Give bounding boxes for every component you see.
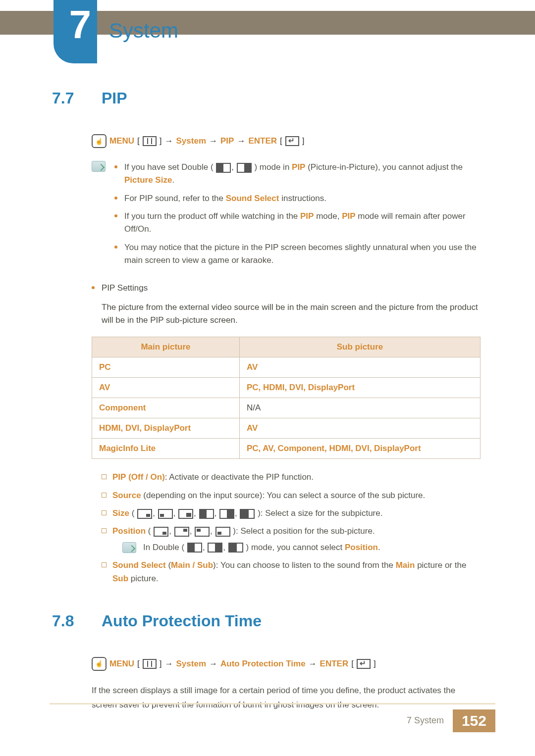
menu-path: ☝ MENU [ ] → System → PIP → ENTER [ ] <box>92 134 481 148</box>
table-cell-sub: PC, AV, Component, HDMI, DVI, DisplayPor… <box>239 439 480 459</box>
path-item: Auto Protection Time <box>220 659 306 669</box>
table-cell-main: Component <box>92 398 240 418</box>
section-auto-protection: 7.8 Auto Protection Time ☝ MENU [ ] → Sy… <box>52 612 481 712</box>
table-cell-main: HDMI, DVI, DisplayPort <box>92 418 240 439</box>
option-size: Size ( , , , , , ): Select a size for th… <box>102 507 481 520</box>
table-cell-main: AV <box>92 378 240 398</box>
table-cell-sub: N/A <box>239 398 480 418</box>
note-icon <box>122 542 136 553</box>
enter-icon <box>357 659 371 669</box>
size-icon <box>158 509 173 519</box>
page-number: 152 <box>453 709 495 732</box>
enter-label: ENTER <box>248 136 277 146</box>
section-name: Auto Protection Time <box>102 612 262 630</box>
path-item: System <box>176 136 206 146</box>
table-head-sub: Sub picture <box>239 337 480 357</box>
position-icon <box>154 527 168 537</box>
table-cell-sub: PC, HDMI, DVI, DisplayPort <box>239 378 480 398</box>
position-icon <box>215 527 230 537</box>
note-block: If you have set Double ( , ) mode in PIP… <box>92 161 481 272</box>
section-desc: If the screen displays a still image for… <box>92 684 481 712</box>
table-cell-sub: AV <box>239 357 480 378</box>
size-icon <box>178 509 193 519</box>
size-icon <box>219 509 234 519</box>
table-head-main: Main picture <box>92 337 240 357</box>
chapter-title: System <box>109 19 178 43</box>
layout-icon <box>228 543 243 553</box>
position-icon <box>174 527 189 537</box>
size-icon <box>240 509 255 519</box>
position-icon <box>195 527 210 537</box>
chapter-tab: 7 <box>54 0 97 63</box>
section-content: ☝ MENU [ ] → System → PIP → ENTER [ ] <box>92 134 481 585</box>
option-source: Source (depending on the input source): … <box>102 489 481 502</box>
table-cell-sub: AV <box>239 418 480 439</box>
remote-hand-icon: ☝ <box>92 134 107 148</box>
table-row: PCAV <box>92 357 481 378</box>
note-item: You may notice that the picture in the P… <box>114 241 481 267</box>
table-row: HDMI, DVI, DisplayPortAV <box>92 418 481 439</box>
enter-icon <box>285 136 299 146</box>
note-icon <box>92 161 106 172</box>
layout-icon <box>187 543 202 553</box>
menu-path: ☝ MENU [ ] → System → Auto Protection Ti… <box>92 657 481 671</box>
section-number: 7.8 <box>52 612 87 630</box>
size-icon <box>137 509 152 519</box>
layout-icon <box>208 543 222 553</box>
settings-block: PIP Settings The picture from the extern… <box>92 282 481 327</box>
table-cell-main: MagicInfo Lite <box>92 439 240 459</box>
option-pip: PIP (Off / On): Activate or deactivate t… <box>102 471 481 484</box>
option-sound: Sound Select (Main / Sub): You can choos… <box>102 559 481 585</box>
page-body: 7.7 PIP ☝ MENU [ ] → System → PIP → ENTE… <box>0 84 535 756</box>
position-note: In Double ( , , ) mode, you cannot selec… <box>122 541 481 554</box>
menu-label: MENU <box>109 136 134 146</box>
footer-breadcrumb: 7 System <box>398 709 453 732</box>
note-list: If you have set Double ( , ) mode in PIP… <box>114 161 481 272</box>
menu-bars-icon <box>143 136 157 146</box>
note-item: For PIP sound, refer to the Sound Select… <box>114 192 481 205</box>
table-row: AVPC, HDMI, DVI, DisplayPort <box>92 378 481 398</box>
remote-hand-icon: ☝ <box>92 657 107 671</box>
table-cell-main: PC <box>92 357 240 378</box>
table-row: ComponentN/A <box>92 398 481 418</box>
option-position: Position ( , , , ): Select a position fo… <box>102 525 481 554</box>
table-row: MagicInfo LitePC, AV, Component, HDMI, D… <box>92 439 481 459</box>
size-icon <box>199 509 214 519</box>
note-item: If you turn the product off while watchi… <box>114 210 481 236</box>
chapter-number: 7 <box>69 2 92 48</box>
footer-divider <box>50 703 495 705</box>
enter-label: ENTER <box>320 659 349 669</box>
settings-heading: PIP Settings The picture from the extern… <box>92 282 481 327</box>
section-number: 7.7 <box>52 89 87 107</box>
menu-label: MENU <box>109 659 134 669</box>
layout-double-right-icon <box>237 163 252 173</box>
path-item: PIP <box>220 136 234 146</box>
section-pip: 7.7 PIP ☝ MENU [ ] → System → PIP → ENTE… <box>52 89 481 585</box>
path-item: System <box>176 659 206 669</box>
section-heading: 7.7 PIP <box>52 89 481 107</box>
option-list: PIP (Off / On): Activate or deactivate t… <box>102 471 481 585</box>
layout-double-left-icon <box>216 163 231 173</box>
page-footer: 7 System 152 <box>0 709 535 732</box>
settings-desc: The picture from the external video sour… <box>102 301 481 327</box>
note-item: If you have set Double ( , ) mode in PIP… <box>114 161 481 187</box>
section-heading: 7.8 Auto Protection Time <box>52 612 481 630</box>
section-name: PIP <box>102 89 127 107</box>
source-table: Main picture Sub picture PCAVAVPC, HDMI,… <box>92 337 481 459</box>
menu-bars-icon <box>143 659 157 669</box>
